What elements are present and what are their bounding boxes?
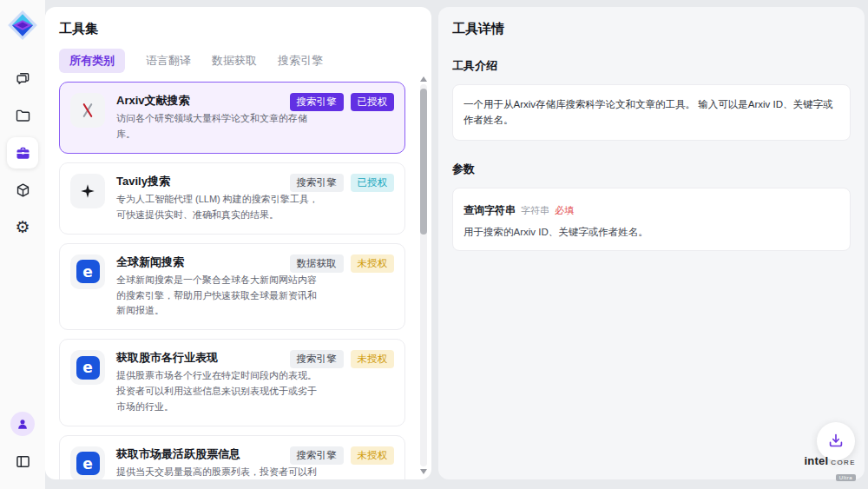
auth-status-badge: 未授权 <box>351 350 395 368</box>
gear-icon: ⚙ <box>15 219 30 236</box>
auth-status-badge: 未授权 <box>351 254 395 273</box>
category-tabs: 所有类别语言翻译数据获取搜索引擎 <box>59 49 419 73</box>
tool-intro-text: 一个用于从Arxiv存储库搜索科学论文和文章的工具。 输入可以是Arxiv ID… <box>464 96 839 129</box>
brand-intel-text: intel <box>805 454 829 467</box>
scroll-down-icon[interactable] <box>420 469 427 474</box>
sidebar-item-folder[interactable] <box>7 100 38 131</box>
tab-数据获取[interactable]: 数据获取 <box>212 49 257 73</box>
auth-status-badge: 已授权 <box>351 93 395 111</box>
download-icon <box>826 432 845 451</box>
tab-语言翻译[interactable]: 语言翻译 <box>146 49 191 73</box>
parameter-item: 查询字符串字符串必填 <box>464 200 839 219</box>
panel-collapse-icon[interactable] <box>7 446 38 477</box>
tool-description: 专为人工智能代理 (LLM) 构建的搜索引擎工具，可快速提供实时、准确和真实的结… <box>116 192 323 223</box>
tool-card[interactable]: Arxiv文献搜索访问各个研究领域大量科学论文和文章的存储库。搜索引擎已授权 <box>59 82 405 154</box>
scrollbar-thumb[interactable] <box>420 89 427 235</box>
toolset-title: 工具集 <box>59 21 419 37</box>
category-badge: 搜索引擎 <box>290 93 344 111</box>
intro-box: 一个用于从Arxiv存储库搜索科学论文和文章的工具。 输入可以是Arxiv ID… <box>452 84 851 141</box>
tool-card[interactable]: e全球新闻搜索全球新闻搜索是一个聚合全球各大新闻网站内容的搜索引擎，帮助用户快速… <box>59 243 405 331</box>
sidebar-item-settings[interactable]: ⚙ <box>7 212 38 243</box>
parameter-required-flag: 必填 <box>555 205 574 215</box>
category-badge: 搜索引擎 <box>290 350 344 368</box>
chat-icon <box>14 69 32 88</box>
tool-card[interactable]: Tavily搜索专为人工智能代理 (LLM) 构建的搜索引擎工具，可快速提供实时… <box>59 162 405 235</box>
auth-status-badge: 未授权 <box>351 446 395 465</box>
parameter-description: 用于搜索的Arxiv ID、关键字或作者姓名。 <box>464 226 839 239</box>
tool-card[interactable]: e获取市场最活跃股票信息提供当天交易量最高的股票列表，投资者可以利用这些信息来识… <box>59 435 405 479</box>
blue-search-e: e <box>70 254 105 289</box>
tool-description: 访问各个研究领域大量科学论文和文章的存储库。 <box>116 111 323 142</box>
tab-所有类别[interactable]: 所有类别 <box>59 49 125 73</box>
params-heading: 参数 <box>452 162 851 177</box>
toolbox-icon <box>14 144 32 162</box>
tool-card-list: Arxiv文献搜索访问各个研究领域大量科学论文和文章的存储库。搜索引擎已授权Ta… <box>59 82 419 479</box>
category-badge: 搜索引擎 <box>290 174 344 192</box>
blue-search-e: e <box>70 350 105 385</box>
detail-title: 工具详情 <box>452 21 851 37</box>
intro-heading: 工具介绍 <box>452 58 851 74</box>
category-badge: 搜索引擎 <box>290 446 344 465</box>
sidebar-item-chat[interactable] <box>7 63 38 94</box>
intel-core-logo: intelcore Ultra <box>805 454 856 483</box>
user-avatar[interactable] <box>10 412 35 436</box>
scroll-up-icon[interactable] <box>420 76 427 82</box>
brand-badge: Ultra <box>836 474 856 481</box>
blue-search-e: e <box>70 446 105 479</box>
tool-card[interactable]: e获取股市各行业表现提供股票市场各个行业在特定时间段内的表现。投资者可以利用这些… <box>59 339 405 426</box>
parameter-type: 字符串 <box>521 205 549 215</box>
cube-icon <box>14 182 32 200</box>
sidebar-item-toolbox[interactable] <box>7 137 38 169</box>
tavily-star <box>70 174 105 208</box>
folder-icon <box>14 107 32 125</box>
list-scrollbar[interactable] <box>419 76 428 474</box>
auth-status-badge: 已授权 <box>351 174 395 192</box>
tool-detail-panel: 工具详情 工具介绍 一个用于从Arxiv存储库搜索科学论文和文章的工具。 输入可… <box>438 7 865 479</box>
app-logo-gem-icon <box>6 9 39 42</box>
arxiv-logo <box>70 93 105 128</box>
toolset-panel: 工具集 所有类别语言翻译数据获取搜索引擎 Arxiv文献搜索访问各个研究领域大量… <box>45 7 431 479</box>
parameters-box: 查询字符串字符串必填用于搜索的Arxiv ID、关键字或作者姓名。 <box>452 188 851 251</box>
brand-core-text: core <box>831 455 856 467</box>
tool-description: 提供当天交易量最高的股票列表，投资者可以利用这些信息来识别流动性强的股票和潜在的… <box>116 465 323 479</box>
tab-搜索引擎[interactable]: 搜索引擎 <box>278 49 323 73</box>
sidebar-item-cube[interactable] <box>7 175 38 206</box>
tool-description: 提供股票市场各个行业在特定时间段内的表现。投资者可以利用这些信息来识别表现优于或… <box>116 368 323 414</box>
tool-description: 全球新闻搜索是一个聚合全球各大新闻网站内容的搜索引擎，帮助用户快速获取全球最新资… <box>116 273 323 319</box>
parameter-name: 查询字符串 <box>464 204 516 216</box>
left-sidebar: ⚙ <box>0 0 45 489</box>
category-badge: 数据获取 <box>290 254 344 273</box>
